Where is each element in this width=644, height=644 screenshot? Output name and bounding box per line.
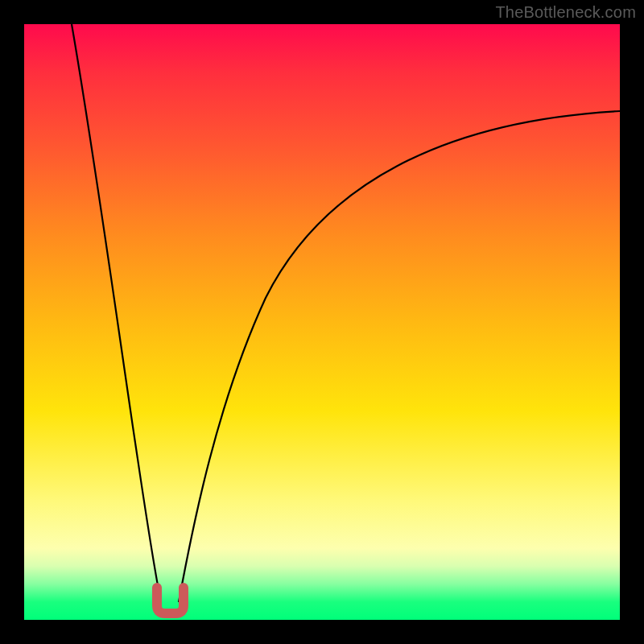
bottleneck-curve [24, 24, 620, 620]
curve-left-branch [72, 24, 161, 602]
plot-area [24, 24, 620, 620]
curve-right-branch [179, 111, 620, 602]
watermark-text: TheBottleneck.com [495, 3, 636, 22]
chart-frame: TheBottleneck.com [0, 0, 644, 644]
optimum-marker [157, 588, 184, 613]
